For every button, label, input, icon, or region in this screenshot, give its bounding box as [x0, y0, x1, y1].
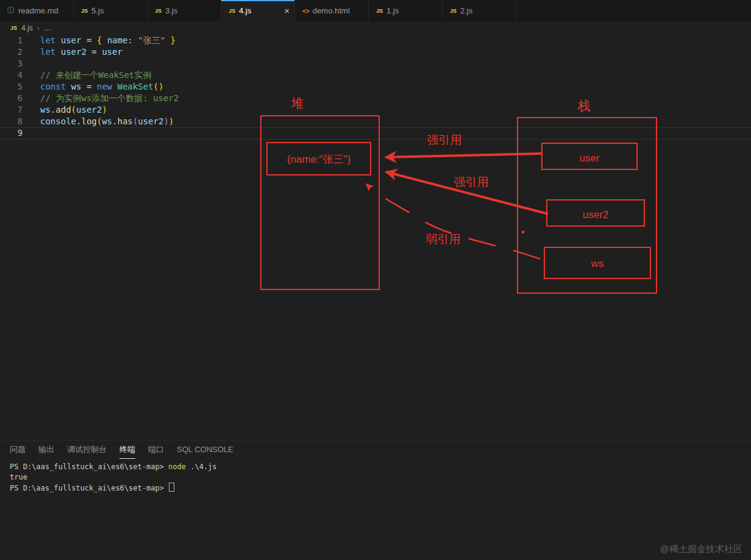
- token: user: [102, 47, 123, 57]
- terminal-text: .\4.js: [186, 463, 217, 471]
- panel-tab-端口[interactable]: 端口: [148, 441, 164, 459]
- tab-demo.html[interactable]: <>demo.html: [295, 0, 369, 21]
- breadcrumb-more[interactable]: …: [44, 24, 51, 32]
- token: (: [71, 105, 76, 115]
- token: new: [97, 82, 112, 91]
- code-text: const ws = new WeakSet(): [40, 81, 163, 93]
- line-number: 9: [0, 127, 28, 139]
- js-file-icon: JS: [10, 25, 17, 31]
- token: user2: [138, 116, 163, 126]
- line-number: 5: [0, 81, 28, 93]
- code-lines: 1let user = { name: "张三" }2let user2 = u…: [0, 35, 751, 139]
- close-tab-icon[interactable]: ×: [284, 6, 290, 15]
- js-file-icon: JS: [81, 8, 88, 14]
- tab-bar: ⓘreadme.mdJS5.jsJS3.jsJS4.js×<>demo.html…: [0, 0, 751, 21]
- tab-label: 4.js: [239, 6, 251, 15]
- bottom-panel: 问题输出调试控制台终端端口SQL CONSOLE PS D:\aas_fulls…: [0, 440, 751, 560]
- tab-label: readme.md: [18, 6, 59, 15]
- panel-tab-SQL CONSOLE[interactable]: SQL CONSOLE: [177, 441, 233, 459]
- code-line: 3: [0, 58, 751, 69]
- terminal-cursor: [169, 483, 174, 492]
- panel-tab-输出[interactable]: 输出: [38, 441, 54, 459]
- terminal-text: true: [10, 473, 27, 481]
- tab-3.js[interactable]: JS3.js: [148, 0, 221, 21]
- code-text: // 为实例ws添加一个数据: user2: [40, 93, 179, 104]
- panel-tab-调试控制台[interactable]: 调试控制台: [67, 441, 107, 459]
- token: {: [97, 35, 102, 45]
- js-file-icon: JS: [229, 8, 235, 14]
- md-file-icon: ⓘ: [7, 5, 15, 16]
- token: :: [127, 35, 138, 45]
- tab-label: 3.js: [165, 6, 177, 15]
- code-text: let user = { name: "张三" }: [40, 35, 176, 46]
- terminal-text: PS D:\aas_fullstuck_ai\es6\set-map>: [10, 484, 168, 492]
- watermark: @稀土掘金技术社区: [660, 544, 742, 555]
- tab-1.js[interactable]: JS1.js: [369, 0, 443, 21]
- token: let: [40, 35, 55, 45]
- tab-label: 1.js: [386, 6, 399, 15]
- token: log: [81, 116, 96, 126]
- code-text: // 来创建一个WeakSet实例: [40, 69, 151, 81]
- token: (: [133, 116, 138, 126]
- token: name: [107, 35, 128, 45]
- code-text: ws.add(user2): [40, 104, 107, 116]
- breadcrumb[interactable]: JS 4.js › …: [0, 21, 751, 35]
- breadcrumb-file[interactable]: 4.js: [21, 24, 33, 32]
- token: =: [81, 35, 96, 45]
- token: "张三": [138, 35, 165, 45]
- token: ws: [40, 105, 51, 115]
- js-file-icon: JS: [155, 8, 162, 14]
- token: =: [81, 82, 96, 91]
- token: [165, 35, 170, 45]
- code-line: 1let user = { name: "张三" }: [0, 35, 751, 46]
- token: // 来创建一个WeakSet实例: [40, 70, 151, 80]
- code-line: 7ws.add(user2): [0, 104, 751, 116]
- terminal-text: node: [168, 463, 186, 471]
- tab-2.js[interactable]: JS2.js: [443, 0, 516, 21]
- code-editor[interactable]: 1let user = { name: "张三" }2let user2 = u…: [0, 35, 751, 440]
- tab-4.js[interactable]: JS4.js×: [221, 0, 295, 21]
- terminal-text: PS D:\aas_fullstuck_ai\es6\set-map>: [10, 463, 168, 471]
- token: user2: [76, 105, 102, 115]
- token: add: [55, 105, 71, 115]
- code-line: 8console.log(ws.has(user2)): [0, 116, 751, 127]
- tab-label: 2.js: [460, 6, 472, 15]
- code-line: 2let user2 = user: [0, 46, 751, 58]
- token: [55, 35, 60, 45]
- token: ws: [102, 116, 112, 126]
- code-line: 6// 为实例ws添加一个数据: user2: [0, 93, 751, 104]
- token: const: [40, 82, 66, 91]
- panel-tab-问题[interactable]: 问题: [10, 441, 26, 459]
- html-file-icon: <>: [302, 7, 309, 15]
- line-number: 3: [0, 58, 28, 69]
- token: user2: [61, 47, 87, 57]
- token: =: [87, 47, 102, 57]
- tab-5.js[interactable]: JS5.js: [74, 0, 148, 21]
- tab-label: demo.html: [313, 6, 350, 15]
- token: ): [163, 116, 168, 126]
- line-number: 2: [0, 46, 28, 58]
- line-number: 1: [0, 35, 28, 46]
- terminal-line: PS D:\aas_fullstuck_ai\es6\set-map>: [10, 483, 751, 493]
- token: ): [169, 116, 174, 126]
- terminal[interactable]: PS D:\aas_fullstuck_ai\es6\set-map> node…: [0, 459, 751, 493]
- token: has: [117, 116, 132, 126]
- token: ws: [71, 82, 82, 91]
- breadcrumb-separator: ›: [37, 24, 40, 32]
- token: [66, 82, 71, 91]
- terminal-line: PS D:\aas_fullstuck_ai\es6\set-map> node…: [10, 462, 751, 472]
- line-number: 7: [0, 104, 28, 116]
- token: let: [40, 47, 55, 57]
- tab-readme.md[interactable]: ⓘreadme.md: [0, 0, 74, 21]
- token: (: [97, 116, 102, 126]
- tab-label: 5.js: [91, 6, 104, 15]
- token: (): [154, 82, 164, 91]
- vscode-window: ⓘreadme.mdJS5.jsJS3.jsJS4.js×<>demo.html…: [0, 0, 751, 560]
- js-file-icon: JS: [376, 8, 383, 14]
- panel-tab-终端[interactable]: 终端: [119, 441, 135, 459]
- token: WeakSet: [117, 82, 153, 91]
- code-text: let user2 = user: [40, 46, 123, 58]
- panel-tab-bar: 问题输出调试控制台终端端口SQL CONSOLE: [0, 441, 751, 459]
- code-line: 5const ws = new WeakSet(): [0, 81, 751, 93]
- code-text: console.log(ws.has(user2)): [40, 116, 174, 127]
